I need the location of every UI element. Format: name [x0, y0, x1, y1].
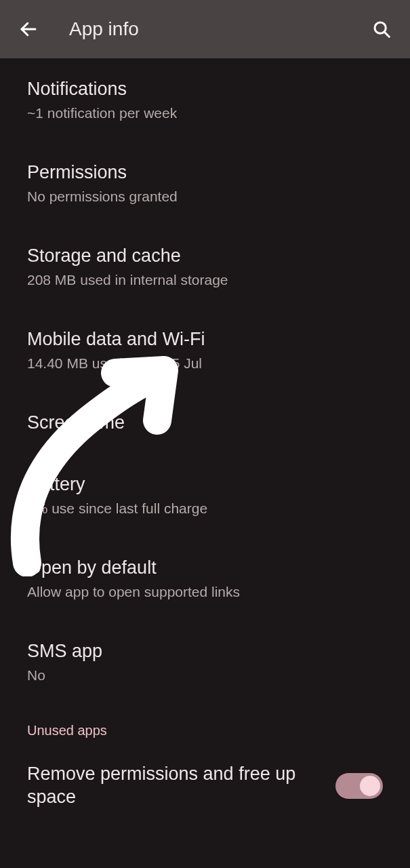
arrow-back-icon: [18, 19, 39, 39]
item-title: Screen time: [27, 412, 383, 433]
settings-list: Notifications ~1 notification per week P…: [0, 58, 410, 809]
app-bar: App info: [0, 0, 410, 58]
notifications-item[interactable]: Notifications ~1 notification per week: [27, 58, 383, 142]
item-subtitle: 14.40 MB used since 25 Jul: [27, 355, 383, 372]
screen-time-item[interactable]: Screen time: [27, 392, 383, 454]
storage-item[interactable]: Storage and cache 208 MB used in interna…: [27, 225, 383, 309]
unused-apps-section-header: Unused apps: [27, 704, 383, 743]
item-title: Permissions: [27, 162, 383, 183]
remove-permissions-item[interactable]: Remove permissions and free up space: [27, 743, 383, 809]
back-button[interactable]: [15, 16, 42, 43]
svg-line-2: [384, 32, 389, 37]
item-title: Notifications: [27, 79, 383, 100]
item-subtitle: 0% use since last full charge: [27, 500, 383, 517]
mobile-data-item[interactable]: Mobile data and Wi-Fi 14.40 MB used sinc…: [27, 309, 383, 392]
item-title: Remove permissions and free up space: [27, 763, 335, 809]
battery-item[interactable]: Battery 0% use since last full charge: [27, 454, 383, 537]
item-title: Storage and cache: [27, 245, 383, 267]
page-title: App info: [69, 18, 368, 40]
switch-thumb: [360, 776, 380, 796]
item-subtitle: ~1 notification per week: [27, 105, 383, 121]
item-subtitle: No: [27, 667, 383, 684]
permissions-item[interactable]: Permissions No permissions granted: [27, 142, 383, 225]
item-subtitle: 208 MB used in internal storage: [27, 272, 383, 288]
item-subtitle: No permissions granted: [27, 189, 383, 205]
remove-permissions-switch[interactable]: [335, 773, 383, 799]
open-by-default-item[interactable]: Open by default Allow app to open suppor…: [27, 537, 383, 620]
item-subtitle: Allow app to open supported links: [27, 584, 383, 600]
search-icon: [371, 19, 392, 39]
sms-app-item[interactable]: SMS app No: [27, 620, 383, 704]
item-title: Open by default: [27, 557, 383, 578]
search-button[interactable]: [368, 16, 395, 43]
item-title: Mobile data and Wi-Fi: [27, 329, 383, 350]
item-title: SMS app: [27, 641, 383, 662]
item-title: Battery: [27, 474, 383, 495]
